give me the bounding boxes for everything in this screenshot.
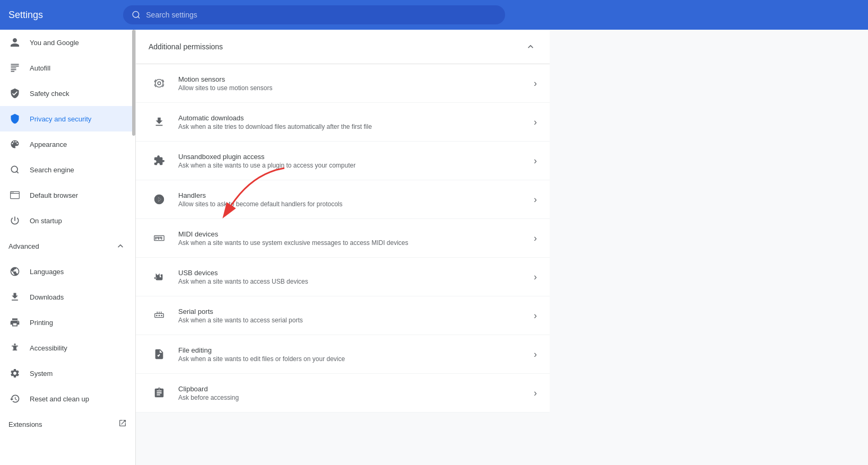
permission-desc: Allow sites to use motion sensors — [178, 84, 534, 92]
permission-title: Unsandboxed plugin access — [178, 153, 534, 161]
search-bar[interactable] — [123, 5, 505, 24]
reset-icon — [8, 392, 21, 405]
sidebar-item-extensions[interactable]: Extensions — [0, 411, 135, 437]
sidebar-item-privacy-security[interactable]: Privacy and security — [0, 106, 135, 131]
permission-item-midi-devices[interactable]: MIDI devices Ask when a site wants to us… — [136, 219, 550, 258]
sidebar-item-you-google[interactable]: You and Google — [0, 30, 135, 55]
permission-item-clipboard[interactable]: Clipboard Ask before accessing › — [136, 374, 550, 413]
sidebar-item-label: Search engine — [30, 166, 74, 174]
permission-item-unsandboxed-plugin[interactable]: Unsandboxed plugin access Ask when a sit… — [136, 142, 550, 180]
sidebar-item-accessibility[interactable]: Accessibility — [0, 335, 135, 361]
permission-item-automatic-downloads[interactable]: Automatic downloads Ask when a site trie… — [136, 103, 550, 142]
person-icon — [8, 36, 21, 49]
sidebar-item-label: Printing — [30, 319, 53, 327]
accessibility-icon — [8, 341, 21, 354]
advanced-section-header[interactable]: Advanced — [0, 233, 135, 259]
chevron-right-icon: › — [534, 78, 537, 89]
sidebar-item-label: Privacy and security — [30, 115, 91, 123]
globe-icon — [8, 265, 21, 278]
sidebar-item-downloads[interactable]: Downloads — [0, 284, 135, 310]
sidebar-item-search-engine[interactable]: Search engine — [0, 157, 135, 182]
serial-ports-icon — [149, 305, 170, 326]
chevron-right-icon: › — [534, 233, 537, 244]
permissions-container: Additional permissions Motion sensors Al… — [136, 30, 550, 413]
svg-rect-16 — [158, 236, 159, 240]
svg-point-20 — [156, 315, 158, 317]
main-layout: You and Google Autofill Safety check Pri… — [0, 30, 868, 465]
permission-item-motion-sensors[interactable]: Motion sensors Allow sites to use motion… — [136, 64, 550, 103]
sidebar-item-appearance[interactable]: Appearance — [0, 131, 135, 157]
privacy-shield-icon — [8, 112, 21, 125]
permission-text: Handlers Allow sites to ask to become de… — [178, 191, 534, 208]
sidebar-item-system[interactable]: System — [0, 361, 135, 386]
section-title-bar: Additional permissions — [136, 30, 550, 64]
auto-download-icon — [149, 111, 170, 133]
permission-text: Unsandboxed plugin access Ask when a sit… — [178, 153, 534, 169]
plugin-icon — [149, 150, 170, 171]
extensions-label: Extensions — [8, 420, 42, 428]
permission-item-usb-devices[interactable]: USB devices Ask when a site wants to acc… — [136, 258, 550, 296]
permission-desc: Ask when a site wants to edit files or f… — [178, 355, 534, 363]
sidebar-item-autofill[interactable]: Autofill — [0, 55, 135, 81]
permission-text: Serial ports Ask when a site wants to ac… — [178, 308, 534, 324]
permission-text: MIDI devices Ask when a site wants to us… — [178, 230, 534, 247]
collapse-button[interactable] — [524, 40, 537, 53]
permission-title: Automatic downloads — [178, 114, 534, 122]
download-icon — [8, 291, 21, 303]
svg-point-0 — [133, 12, 139, 18]
sidebar-item-label: On startup — [30, 217, 62, 225]
sidebar-item-label: Autofill — [30, 64, 50, 72]
handlers-icon — [149, 189, 170, 210]
svg-point-6 — [11, 192, 12, 193]
scrollbar-track — [132, 30, 135, 465]
permission-title: Clipboard — [178, 385, 534, 393]
search-input[interactable] — [146, 11, 497, 19]
permission-title: File editing — [178, 346, 534, 354]
svg-rect-18 — [161, 236, 162, 240]
permission-title: Motion sensors — [178, 75, 534, 83]
sidebar-item-safety-check[interactable]: Safety check — [0, 81, 135, 106]
permission-desc: Ask when a site wants to use a plugin to… — [178, 162, 534, 169]
print-icon — [8, 316, 21, 329]
sidebar-item-label: System — [30, 370, 53, 378]
permission-title: USB devices — [178, 269, 534, 277]
sidebar-item-label: Default browser — [30, 191, 78, 199]
svg-point-21 — [159, 315, 160, 317]
chevron-right-icon: › — [534, 388, 537, 399]
sidebar-item-languages[interactable]: Languages — [0, 259, 135, 284]
sidebar-item-label: Downloads — [30, 293, 64, 301]
permission-item-file-editing[interactable]: File editing Ask when a site wants to ed… — [136, 335, 550, 374]
sidebar-item-label: Reset and clean up — [30, 395, 89, 403]
permission-item-handlers[interactable]: Handlers Allow sites to ask to become de… — [136, 180, 550, 219]
sidebar-item-default-browser[interactable]: Default browser — [0, 182, 135, 208]
usb-icon — [149, 266, 170, 287]
system-icon — [8, 367, 21, 380]
chevron-right-icon: › — [534, 155, 537, 166]
permission-title: MIDI devices — [178, 230, 534, 238]
svg-line-1 — [138, 16, 140, 18]
permission-title: Handlers — [178, 191, 534, 199]
midi-icon — [149, 227, 170, 249]
sidebar-item-on-startup[interactable]: On startup — [0, 208, 135, 233]
permission-desc: Allow sites to ask to become default han… — [178, 200, 534, 208]
permission-text: Clipboard Ask before accessing — [178, 385, 534, 401]
advanced-section-label: Advanced — [8, 242, 106, 250]
permission-text: Motion sensors Allow sites to use motion… — [178, 75, 534, 92]
palette-icon — [8, 138, 21, 151]
permission-title: Serial ports — [178, 308, 534, 315]
safety-shield-icon — [8, 87, 21, 100]
sidebar-item-printing[interactable]: Printing — [0, 310, 135, 335]
chevron-right-icon: › — [534, 117, 537, 128]
external-link-icon — [118, 419, 127, 429]
svg-point-7 — [13, 192, 14, 193]
chevron-right-icon: › — [534, 349, 537, 360]
permission-text: Automatic downloads Ask when a site trie… — [178, 114, 534, 130]
permission-text: File editing Ask when a site wants to ed… — [178, 346, 534, 363]
sidebar-item-reset[interactable]: Reset and clean up — [0, 386, 135, 411]
chevron-right-icon: › — [534, 310, 537, 321]
scrollbar-thumb[interactable] — [132, 30, 135, 136]
sidebar: You and Google Autofill Safety check Pri… — [0, 30, 136, 465]
permission-item-serial-ports[interactable]: Serial ports Ask when a site wants to ac… — [136, 296, 550, 335]
permission-desc: Ask before accessing — [178, 394, 534, 401]
header: Settings — [0, 0, 868, 30]
